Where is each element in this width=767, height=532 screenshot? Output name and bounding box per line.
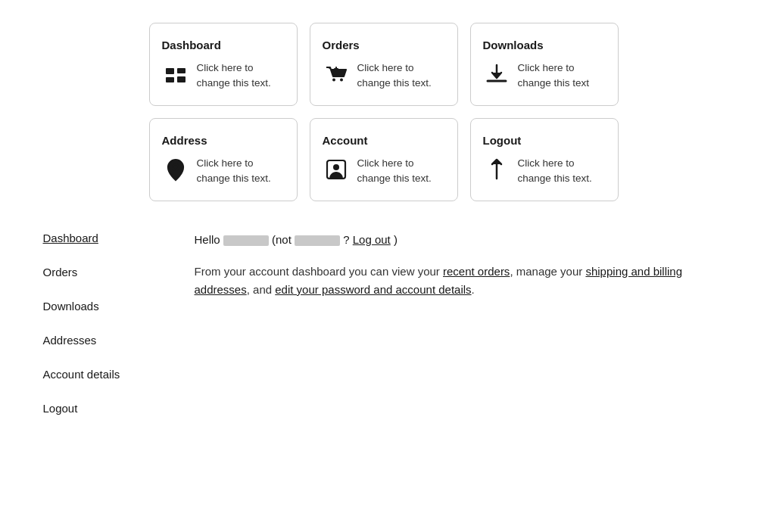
account-icon — [323, 156, 350, 183]
tile-downloads-label: Downloads — [483, 39, 606, 51]
tile-account-label: Account — [323, 134, 445, 147]
bottom-section: DashboardOrdersDownloadsAddressesAccount… — [43, 232, 725, 415]
logout-icon — [483, 156, 510, 183]
main-content: Hello (not ? Log out ) From your account… — [195, 232, 725, 415]
hello-line: Hello (not ? Log out ) — [195, 232, 725, 249]
tile-logout-text: Click here to change this text. — [518, 156, 606, 185]
tile-address[interactable]: Address Click here to change this text. — [149, 118, 298, 201]
tile-account[interactable]: Account Click here to change this text. — [310, 118, 458, 201]
tile-orders-label: Orders — [323, 39, 445, 51]
hello-prefix: Hello — [195, 233, 220, 246]
tile-logout[interactable]: Logout Click here to change this text. — [470, 118, 619, 201]
downloads-icon — [483, 61, 510, 88]
edit-password-link[interactable]: edit your password and account details — [275, 283, 471, 296]
sidebar-item-orders[interactable]: Orders — [43, 266, 164, 278]
sidebar-item-account-details[interactable]: Account details — [43, 368, 164, 381]
svg-point-4 — [332, 79, 335, 82]
svg-rect-0 — [166, 68, 174, 74]
tile-downloads[interactable]: Downloads Click here to change this text — [470, 23, 619, 106]
tile-downloads-text: Click here to change this text — [518, 61, 606, 90]
dashboard-icon — [162, 61, 189, 88]
svg-rect-3 — [177, 76, 186, 82]
sidebar-item-downloads[interactable]: Downloads — [43, 300, 164, 313]
svg-point-8 — [333, 164, 339, 170]
sidebar-item-dashboard[interactable]: Dashboard — [43, 232, 164, 244]
tile-orders-text: Click here to change this text. — [357, 61, 445, 90]
tile-dashboard-label: Dashboard — [162, 39, 285, 51]
dashboard-description: From your account dashboard you can view… — [195, 263, 725, 299]
tile-dashboard-text: Click here to change this text. — [197, 61, 285, 90]
username-redacted — [223, 235, 269, 246]
username2-redacted — [295, 235, 340, 246]
svg-point-6 — [173, 165, 178, 170]
tile-account-text: Click here to change this text. — [357, 156, 445, 185]
svg-point-5 — [340, 79, 343, 82]
tile-orders[interactable]: Orders Click here to change this text. — [310, 23, 458, 106]
tiles-grid: Dashboard Click here to change this text… — [149, 23, 619, 201]
address-icon — [162, 156, 189, 183]
logout-link[interactable]: Log out — [353, 233, 391, 246]
tile-address-text: Click here to change this text. — [197, 156, 285, 185]
tile-dashboard[interactable]: Dashboard Click here to change this text… — [149, 23, 298, 106]
svg-rect-1 — [166, 77, 174, 82]
recent-orders-link[interactable]: recent orders — [443, 265, 510, 278]
hello-not: (not — [272, 233, 295, 246]
paren-close: ) — [394, 233, 398, 246]
tile-address-label: Address — [162, 134, 285, 147]
orders-icon — [323, 61, 350, 88]
tile-logout-label: Logout — [483, 134, 606, 147]
sidebar-nav: DashboardOrdersDownloadsAddressesAccount… — [43, 232, 164, 415]
sidebar-item-addresses[interactable]: Addresses — [43, 334, 164, 347]
sidebar-item-logout[interactable]: Logout — [43, 402, 164, 415]
svg-rect-2 — [177, 68, 186, 73]
hello-suffix: ? — [343, 233, 353, 246]
